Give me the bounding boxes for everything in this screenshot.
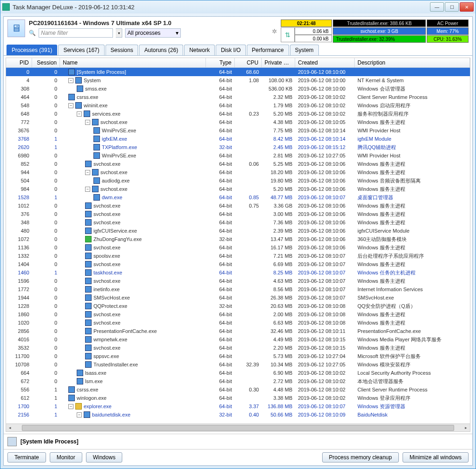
scroll-thumb[interactable]: [22, 425, 454, 431]
process-icon: [85, 228, 92, 234]
process-row[interactable]: 107080TrustedInstaller.exe64-bit32.3910.…: [6, 360, 470, 369]
name-filter-dropdown[interactable]: ▾: [116, 28, 122, 38]
col-created[interactable]: Created: [295, 58, 355, 67]
process-row[interactable]: 10120svchost.exe64-bit0.753.36 GB2019-06…: [6, 202, 470, 210]
windows-button[interactable]: Windows: [86, 452, 123, 462]
tree-expander[interactable]: −: [68, 103, 73, 108]
process-row[interactable]: 6720lsm.exe64-bit2.72 MB2019-06-12 08:10…: [6, 377, 470, 385]
process-name: sppsvc.exe: [93, 353, 119, 359]
tab-disk-i-o[interactable]: Disk I/O: [216, 45, 246, 55]
terminate-button[interactable]: Terminate: [7, 452, 46, 462]
process-icon: [77, 370, 83, 376]
minimize-all-windows-button[interactable]: Minimize all windows: [403, 452, 469, 462]
process-row[interactable]: 19440SMSvcHost.exe64-bit26.38 MB2019-06-…: [6, 293, 470, 302]
process-name: svchost.exe: [93, 261, 120, 267]
process-row[interactable]: 21561−baidunetdisk.exe32-bit0.4050.66 MB…: [6, 410, 470, 419]
process-row[interactable]: 37681igfxEM.exe64-bit8.42 MB2019-06-12 0…: [6, 135, 470, 143]
process-row[interactable]: 12280QQProtect.exe32-bit20.63 MB2019-06-…: [6, 302, 470, 310]
process-name: svchost.exe: [93, 312, 120, 317]
monitor-button[interactable]: Monitor: [50, 452, 82, 462]
process-row[interactable]: 7720−svchost.exe64-bit4.38 MB2019-06-12 …: [6, 118, 470, 126]
process-row[interactable]: 4640csrss.exe64-bit2.32 MB2019-06-12 08:…: [6, 93, 470, 101]
tab-system[interactable]: System: [290, 45, 319, 55]
process-name: audiodg.exe: [102, 178, 130, 183]
system-name: PC201901161634 - Windows 7 Ultimate x64 …: [29, 20, 268, 26]
horizontal-scrollbar[interactable]: ◂ ▸: [6, 423, 470, 431]
tree-expander[interactable]: −: [85, 170, 90, 175]
scroll-left-arrow[interactable]: ◂: [6, 424, 14, 432]
process-row[interactable]: 69800WmiPrvSE.exe64-bit2.81 MB2019-06-12…: [6, 151, 470, 160]
process-row[interactable]: 6480−services.exe64-bit0.235.20 MB2019-0…: [6, 110, 470, 118]
process-list[interactable]: 00[System Idle Process]64-bit68.602019-0…: [6, 68, 470, 423]
tab-autoruns-[interactable]: Autoruns (26): [139, 45, 183, 55]
process-row[interactable]: 6121winlogon.exe64-bit3.38 MB2019-06-12 …: [6, 394, 470, 402]
process-row[interactable]: 4800igfxCUIService.exe64-bit2.39 MB2019-…: [6, 227, 470, 235]
minimize-button[interactable]: —: [430, 2, 444, 12]
tree-expander[interactable]: −: [85, 187, 90, 192]
process-row[interactable]: 28560PresentationFontCache.exe64-bit32.4…: [6, 327, 470, 335]
process-row[interactable]: 5561csrss.exe64-bit0.304.48 MB2019-06-12…: [6, 385, 470, 394]
process-row[interactable]: 40160wmpnetwk.exe64-bit4.49 MB2019-06-12…: [6, 335, 470, 344]
process-row[interactable]: 15960svchost.exe64-bit4.63 MB2019-06-12 …: [6, 277, 470, 285]
name-filter-input[interactable]: Name filter: [39, 28, 113, 38]
process-icon: [85, 219, 92, 226]
process-row[interactable]: 5480−wininit.exe64-bit1.79 MB2019-06-12 …: [6, 101, 470, 110]
top-cpu-process: TrustedInstaller.exe: 32.39%: [333, 35, 426, 43]
process-name: svchost.exe: [93, 245, 120, 250]
process-name: baidunetdisk.exe: [92, 412, 131, 417]
tree-expander[interactable]: −: [85, 120, 90, 125]
tree-expander[interactable]: −: [77, 412, 82, 417]
tab-performance[interactable]: Performance: [247, 45, 289, 55]
tree-expander[interactable]: −: [68, 78, 73, 83]
process-filter-select[interactable]: All processes ▾: [125, 28, 181, 38]
process-row[interactable]: 17720inetinfo.exe64-bit8.56 MB2019-06-12…: [6, 285, 470, 293]
process-row[interactable]: 15281dwm.exe64-bit0.8548.77 MB2019-06-12…: [6, 193, 470, 202]
col-description[interactable]: Description: [355, 58, 470, 67]
maximize-button[interactable]: ☐: [445, 2, 459, 12]
process-row[interactable]: 3080smss.exe64-bit536.00 KB2019-06-12 08…: [6, 85, 470, 93]
process-row[interactable]: 6640lsass.exe64-bit6.90 MB2019-06-12 08:…: [6, 369, 470, 377]
tab-services-[interactable]: Services (167): [58, 45, 104, 55]
process-icon: [85, 286, 92, 293]
col-cpu[interactable]: CPU: [235, 58, 262, 67]
process-row[interactable]: 36760WmiPrvSE.exe64-bit7.75 MB2019-06-12…: [6, 126, 470, 135]
tree-expander[interactable]: −: [68, 404, 73, 409]
process-icon: [85, 303, 92, 309]
mem-usage: Mem: 77%: [427, 27, 469, 35]
col-private-bytes[interactable]: Private By...: [262, 58, 295, 67]
process-row[interactable]: 117000sppsvc.exe64-bit5.73 MB2019-06-12 …: [6, 352, 470, 360]
process-row[interactable]: 9440−svchost.exe64-bit18.20 MB2019-06-12…: [6, 168, 470, 176]
col-type[interactable]: Type: [206, 58, 235, 67]
process-icon: [93, 144, 100, 150]
process-row[interactable]: 26201TXPlatform.exe32-bit2.45 MB2019-06-…: [6, 143, 470, 151]
process-row[interactable]: 18600svchost.exe64-bit2.00 MB2019-06-12 …: [6, 310, 470, 319]
col-session[interactable]: Session: [32, 58, 60, 67]
tree-expander[interactable]: −: [77, 111, 82, 117]
process-row[interactable]: 3760svchost.exe64-bit3.00 MB2019-06-12 0…: [6, 210, 470, 218]
tab-sessions[interactable]: Sessions: [106, 45, 139, 55]
process-memory-cleanup-button[interactable]: Process memory cleanup: [322, 452, 399, 462]
process-row[interactable]: 14601taskhost.exe64-bit8.25 MB2019-06-12…: [6, 268, 470, 277]
process-name: svchost.exe: [93, 220, 120, 225]
process-row[interactable]: 40−System64-bit1.08108.00 KB2019-06-12 0…: [6, 76, 470, 85]
process-row[interactable]: 13320spoolsv.exe64-bit7.21 MB2019-06-12 …: [6, 252, 470, 260]
process-row[interactable]: 35320svchost.exe64-bit2.20 MB2019-06-12 …: [6, 344, 470, 352]
process-row[interactable]: 8520svchost.exe64-bit0.065.25 MB2019-06-…: [6, 160, 470, 168]
process-row[interactable]: 10200svchost.exe64-bit6.63 MB2019-06-12 …: [6, 319, 470, 327]
process-row[interactable]: 5040audiodg.exe64-bit19.80 MB2019-06-12 …: [6, 176, 470, 185]
col-name[interactable]: Name: [60, 58, 206, 67]
process-name: svchost.exe: [93, 161, 120, 167]
close-button[interactable]: ✕: [460, 2, 474, 12]
tab-network[interactable]: Network: [184, 45, 215, 55]
process-row[interactable]: 11360svchost.exe64-bit16.17 MB2019-06-12…: [6, 243, 470, 252]
process-row[interactable]: 10720ZhuDongFangYu.exe32-bit13.47 MB2019…: [6, 235, 470, 243]
process-row[interactable]: 00[System Idle Process]64-bit68.602019-0…: [6, 68, 470, 76]
process-row[interactable]: 14040svchost.exe64-bit6.69 MB2019-06-12 …: [6, 260, 470, 268]
process-row[interactable]: 17001−explorer.exe64-bit3.37136.88 MB201…: [6, 402, 470, 410]
process-row[interactable]: 3480svchost.exe64-bit7.36 MB2019-06-12 0…: [6, 218, 470, 227]
tab-processes-[interactable]: Processes (391): [7, 45, 57, 55]
scroll-right-arrow[interactable]: ▸: [462, 424, 470, 432]
process-name: inetinfo.exe: [93, 287, 119, 292]
process-row[interactable]: 9840−svchost.exe64-bit5.20 MB2019-06-12 …: [6, 185, 470, 193]
col-pid[interactable]: PID: [6, 58, 32, 67]
